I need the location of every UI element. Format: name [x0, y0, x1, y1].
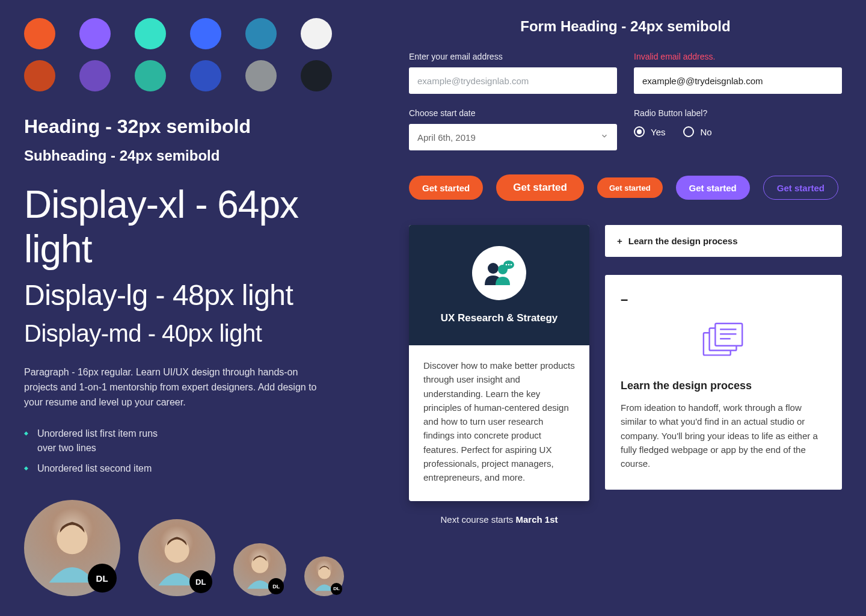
course-card[interactable]: UX Research & Strategy Discover how to m…: [409, 225, 589, 501]
avatar-badge: DL: [88, 564, 117, 593]
accordion-open-title: Learn the design process: [621, 380, 826, 392]
accordion-open[interactable]: – Learn the design process From ideation…: [605, 275, 842, 490]
svg-point-9: [511, 264, 512, 266]
avatar-badge: DL: [331, 583, 343, 595]
plus-icon: +: [617, 236, 622, 246]
accordion-open-body: From ideation to handoff, work through a…: [621, 401, 826, 470]
accordion-closed-title: Learn the design process: [628, 236, 738, 246]
swatch: [245, 60, 277, 91]
display-xl-specimen: Display-xl - 64px light: [24, 182, 361, 271]
swatch: [135, 60, 166, 91]
email-input[interactable]: [409, 67, 617, 94]
avatar-sizes: DL DL DL DL: [24, 500, 361, 596]
button-variants: Get started Get started Get started Get …: [409, 174, 842, 201]
subheading-specimen: Subheading - 24px semibold: [24, 147, 361, 164]
date-select[interactable]: [409, 124, 617, 150]
card-title: UX Research & Strategy: [441, 312, 558, 324]
paragraph-specimen: Paragraph - 16px regular. Learn UI/UX de…: [24, 365, 331, 410]
list-item: Unordered list second item: [24, 461, 168, 476]
email-error-label: Invalid email address.: [634, 52, 842, 61]
svg-point-8: [508, 264, 510, 266]
form-heading: Form Heading - 24px semibold: [409, 18, 842, 35]
avatar-lg: DL: [138, 519, 215, 596]
list-item: Unordered list first item runs over two …: [24, 427, 168, 455]
people-chat-icon: [472, 246, 526, 300]
swatch: [190, 18, 221, 49]
radio-no[interactable]: [683, 126, 694, 137]
avatar-badge: DL: [268, 578, 284, 594]
radio-group-label: Radio Button label?: [634, 108, 842, 118]
avatar-xl: DL: [24, 500, 120, 596]
swatch-row-2: [24, 60, 361, 91]
swatch-row-1: [24, 18, 361, 49]
documents-icon: [621, 319, 826, 362]
get-started-button-small[interactable]: Get started: [597, 177, 663, 198]
email-input-invalid[interactable]: [634, 67, 842, 94]
display-md-specimen: Display-md - 40px light: [24, 320, 361, 347]
card-body: Discover how to make better products thr…: [409, 345, 589, 501]
avatar-md: DL: [233, 543, 286, 596]
swatch: [79, 18, 111, 49]
swatch: [301, 18, 332, 49]
swatch: [245, 18, 277, 49]
swatch: [24, 18, 55, 49]
unordered-list-specimen: Unordered list first item runs over two …: [24, 427, 361, 476]
swatch: [79, 60, 111, 91]
card-header: UX Research & Strategy: [409, 225, 589, 345]
swatch: [190, 60, 221, 91]
accordion-closed[interactable]: +Learn the design process: [605, 225, 842, 257]
heading-specimen: Heading - 32px semibold: [24, 116, 361, 138]
svg-point-4: [488, 263, 499, 274]
swatch: [135, 18, 166, 49]
get-started-button-outline[interactable]: Get started: [763, 176, 838, 200]
radio-yes[interactable]: [634, 126, 645, 137]
minus-icon: –: [621, 292, 826, 307]
color-swatches: [24, 18, 361, 91]
get-started-button[interactable]: Get started: [409, 176, 483, 200]
avatar-badge: DL: [189, 570, 212, 593]
radio-no-label: No: [700, 127, 711, 137]
email-label: Enter your email address: [409, 52, 617, 61]
swatch: [24, 60, 55, 91]
date-label: Choose start date: [409, 108, 617, 118]
get-started-button-purple[interactable]: Get started: [676, 176, 750, 200]
display-lg-specimen: Display-lg - 48px light: [24, 279, 361, 312]
svg-point-7: [506, 264, 508, 266]
swatch: [301, 60, 332, 91]
radio-yes-label: Yes: [651, 127, 665, 137]
get-started-button-large[interactable]: Get started: [496, 174, 584, 201]
avatar-sm: DL: [304, 556, 344, 596]
next-course-text: Next course starts March 1st: [409, 514, 589, 525]
